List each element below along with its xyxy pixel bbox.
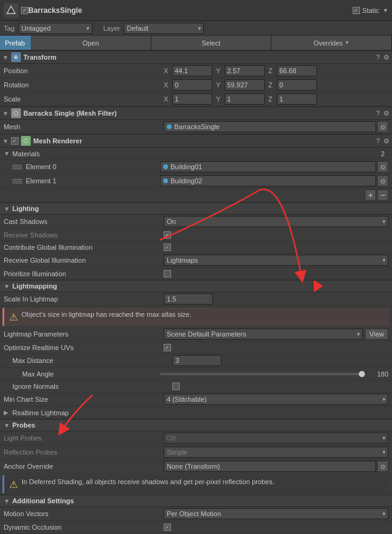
prefab-overrides-button[interactable]: Overrides ▼ [271,36,392,50]
mesh-renderer-section-header[interactable]: ▼ ⬡ Mesh Renderer ? ⚙ [0,134,392,148]
mesh-value-field[interactable]: BarracksSingle [164,121,376,132]
active-checkbox[interactable] [21,7,28,14]
probes-subsection-header[interactable]: ▼ Probes [0,419,392,431]
rotation-z-input[interactable]: 0 [277,79,317,90]
mesh-filter-section-header[interactable]: ▼ ⬡ Barracks Single (Mesh Filter) ? ⚙ [0,106,392,120]
static-checkbox[interactable] [353,7,360,14]
position-x-input[interactable]: 44.1 [172,65,212,76]
lightmapping-subsection-header[interactable]: ▼ Lightmapping [0,280,392,292]
light-probes-dropdown[interactable]: Off Blend Probes Use Proxy Volume [164,432,388,444]
max-angle-row: Max Angle 180 [0,368,392,380]
optimize-uvs-row: Optimize Realtime UVs [0,341,392,354]
max-angle-slider-thumb[interactable] [359,371,365,377]
prefab-select-button[interactable]: Select [151,36,272,50]
overrides-dropdown-arrow: ▼ [345,40,350,46]
remove-material-button[interactable]: − [377,189,388,201]
position-z-label: Z [268,67,276,74]
material-0-select-button[interactable]: ⊙ [377,161,388,172]
transform-settings-icon[interactable]: ⚙ [383,54,390,62]
optimize-uvs-checkbox[interactable] [164,344,171,351]
transform-icons: ? ⚙ [376,54,390,62]
object-name: BarracksSingle [28,6,353,15]
position-z-input[interactable]: 66.68 [277,65,317,76]
mesh-renderer-help-icon[interactable]: ? [376,137,380,145]
max-angle-label: Max Angle [22,370,160,378]
ignore-normals-checkbox[interactable] [172,383,180,390]
scale-x-field: X 1 [164,94,212,105]
material-element-1-row: Element 1 Building02 ⊙ [0,174,392,188]
mesh-filter-settings-icon[interactable]: ⚙ [383,110,390,118]
max-distance-input[interactable]: 3 [172,355,222,366]
rotation-label: Rotation [4,81,164,89]
mesh-filter-icons: ? ⚙ [376,110,390,118]
rotation-z-field: Z 0 [268,79,317,90]
materials-header: ▼ Materials 2 [0,148,392,160]
receive-gi-dropdown[interactable]: Lightmaps Light Probes [164,255,388,266]
lighting-subsection-header[interactable]: ▼ Lighting [0,202,392,215]
lighting-title: Lighting [12,205,39,212]
position-z-field: Z 66.68 [268,65,317,76]
material-1-value-field[interactable]: Building02 [160,175,376,186]
scale-lightmap-row: Scale In Lightmap 1.5 [0,292,392,306]
mesh-renderer-enable-checkbox[interactable] [11,137,18,145]
mesh-select-button[interactable]: ⊙ [377,121,388,132]
lm-params-view-button[interactable]: View [365,329,388,340]
motion-vectors-row: Motion Vectors Camera Motion Only Per Ob… [0,507,392,521]
scale-x-input[interactable]: 1 [172,94,212,105]
scale-x-label: X [164,95,171,103]
lighting-collapse-arrow: ▼ [4,205,10,212]
lm-params-dropdown[interactable]: Scene Default Parameters [164,329,362,340]
realtime-lightmap-row[interactable]: ▶ Realtime Lightmap [0,407,392,419]
cast-shadows-row: Cast Shadows On Off Two Sided Shadows On… [0,215,392,229]
cast-shadows-dropdown[interactable]: On Off Two Sided Shadows Only [164,216,388,227]
lm-params-row: Lightmap Parameters Scene Default Parame… [0,327,392,341]
materials-collapse-arrow[interactable]: ▼ [4,150,10,157]
dynamic-occlusion-label: Dynamic Occlusion [4,524,164,531]
warning-text: Object's size in lightmap has reached th… [22,311,191,318]
anchor-override-field[interactable]: None (Transform) [164,461,376,472]
mat-drag-handle-0[interactable] [12,165,22,170]
scale-lightmap-input[interactable]: 1.5 [164,293,213,305]
anchor-override-select-button[interactable]: ⊙ [377,461,388,472]
scale-lightmap-label: Scale In Lightmap [4,295,164,303]
transform-section-header[interactable]: ▼ ⊕ Transform ? ⚙ [0,50,392,64]
scale-row: Scale X 1 Y 1 Z 1 [0,92,392,106]
mesh-renderer-settings-icon[interactable]: ⚙ [383,137,390,145]
position-x-field: X 44.1 [164,65,212,76]
info-icon: ⚠ [9,479,18,490]
scale-label: Scale [4,95,164,103]
tag-dropdown[interactable]: Untagged [18,23,92,34]
mesh-filter-help-icon[interactable]: ? [376,110,380,118]
probes-collapse-arrow: ▼ [4,422,10,429]
contribute-gi-checkbox[interactable] [164,244,171,251]
min-chart-dropdown[interactable]: 4 (Stitchable) 2 1 [164,394,388,405]
static-label: Static [362,7,380,14]
max-distance-label: Max Distance [12,357,172,364]
prioritize-checkbox[interactable] [164,270,171,277]
material-1-dot [163,178,168,183]
transform-help-icon[interactable]: ? [376,54,380,62]
lightmap-warning: ⚠ Object's size in lightmap has reached … [2,308,390,326]
scale-y-input[interactable]: 1 [225,94,265,105]
mat-drag-handle-1[interactable] [12,179,22,185]
scale-z-input[interactable]: 1 [277,94,317,105]
additional-settings-header[interactable]: ▼ Additional Settings [0,495,392,507]
rotation-y-input[interactable]: 59.927 [225,79,265,90]
mesh-renderer-collapse-arrow: ▼ [2,138,9,145]
tag-label: Tag [4,25,15,32]
material-0-value-field[interactable]: Building01 [160,161,376,172]
position-y-input[interactable]: 2.57 [225,65,265,76]
max-angle-slider-track[interactable] [160,373,365,375]
dynamic-occlusion-checkbox[interactable] [164,524,171,531]
layer-dropdown[interactable]: Default [124,23,204,34]
receive-shadows-checkbox[interactable] [164,231,171,239]
prefab-open-button[interactable]: Open [31,36,151,50]
max-distance-row: Max Distance 3 [0,354,392,368]
motion-vectors-dropdown[interactable]: Camera Motion Only Per Object Motion For… [164,508,388,519]
add-material-button[interactable]: + [365,189,376,201]
static-dropdown-arrow[interactable]: ▼ [383,7,388,14]
rotation-x-input[interactable]: 0 [172,79,212,90]
material-1-select-button[interactable]: ⊙ [377,175,388,186]
reflection-probes-dropdown[interactable]: Off Simple Blend Probes Blend Probes And… [164,447,388,458]
receive-gi-row: Receive Global Illumination Lightmaps Li… [0,253,392,268]
